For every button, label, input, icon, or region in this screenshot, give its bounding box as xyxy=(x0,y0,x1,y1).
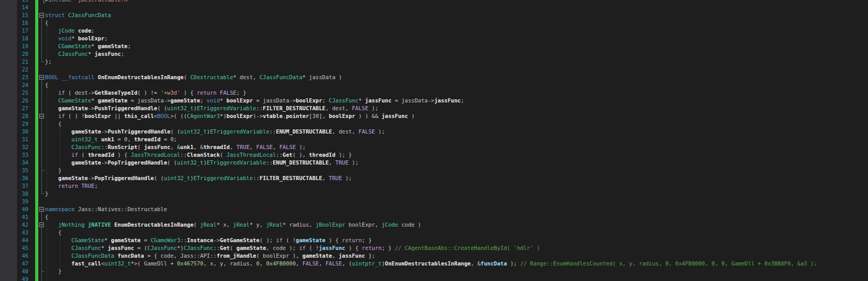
code-line[interactable]: 34 gameState->PopTriggeredHandle( (uint3… xyxy=(0,159,868,167)
code-token: jassFunc xyxy=(339,253,365,259)
code-token: ); } xyxy=(335,152,352,158)
code-token: { xyxy=(45,82,48,88)
code-text: CGameState* gameState = CGameWar3::Insta… xyxy=(45,236,372,244)
code-line[interactable]: 47 fast_call<uint32_t*>( GameDll + 0x467… xyxy=(0,260,868,268)
code-line[interactable]: 25 if ( dest->GetBaseTypeId( ) != '+w3d'… xyxy=(0,89,868,97)
code-line[interactable]: 27 gameState->PushTriggeredHandle( (uint… xyxy=(0,105,868,112)
code-line[interactable]: 19 CGameState* gameState; xyxy=(0,42,868,50)
code-line[interactable]: 23BOOL __fastcall OnEnumDestructablesInR… xyxy=(0,73,868,81)
code-line[interactable]: 16{ xyxy=(0,19,868,27)
code-line[interactable]: 36 gameState->PopTriggeredHandle( (uint3… xyxy=(0,174,868,182)
fold-scope-line xyxy=(41,120,42,128)
code-line[interactable]: 40namespace Jass::Natives::Destructable xyxy=(0,205,868,213)
code-line[interactable]: 45 CJassFunc* jassFunc = (CJassFunc*)CJa… xyxy=(0,244,868,252)
code-token: = xyxy=(141,237,151,243)
code-token: uintptr_t xyxy=(352,260,381,267)
code-token: TRUE xyxy=(329,175,342,181)
line-number: 29 xyxy=(7,120,28,128)
code-token xyxy=(45,221,58,228)
line-number: 44 xyxy=(7,236,28,244)
code-token: // CAgentBaseAbs::CreateHandleById( 'hdl… xyxy=(395,245,540,251)
fold-collapse-button[interactable] xyxy=(39,114,44,119)
code-token: OnEnumDestructablesInRange xyxy=(385,260,471,267)
code-token: || xyxy=(111,113,125,119)
code-line[interactable]: 33 if ( threadId ) { JassThreadLocal::Cl… xyxy=(0,151,868,159)
code-line[interactable]: 31 uint32_t unk1 = 0, threadId = 0; xyxy=(0,136,868,143)
code-line[interactable]: 22 xyxy=(0,66,868,73)
line-number: 23 xyxy=(7,73,28,81)
code-line[interactable]: 39 xyxy=(0,198,868,205)
code-token: Jass::Natives::Destructable xyxy=(74,206,167,212)
code-token: ) { xyxy=(346,245,362,251)
code-token: :: xyxy=(181,237,187,243)
code-text: { xyxy=(45,19,48,27)
code-line[interactable]: 49 xyxy=(0,275,868,281)
code-line[interactable]: 46 CJassFuncData funcData = { code, Jass… xyxy=(0,252,868,260)
code-token xyxy=(45,113,58,119)
code-token: PopTriggeredHandle xyxy=(95,175,154,181)
code-token: , xyxy=(296,260,303,267)
code-line[interactable]: 42 jNothing jNATIVE EnumDestructablesInR… xyxy=(0,221,868,229)
code-token: Instance xyxy=(187,237,213,243)
code-token: ; xyxy=(200,97,207,103)
code-line[interactable]: 24{ xyxy=(0,81,868,89)
code-line[interactable]: 26 CGameState* gameState = jassData->gam… xyxy=(0,97,868,105)
code-token: ( ), xyxy=(292,152,309,158)
code-line[interactable]: 43 { xyxy=(0,229,868,236)
code-line[interactable]: 30 gameState->PushTriggeredHandle( (uint… xyxy=(0,128,868,136)
code-token: :: xyxy=(213,245,220,251)
fold-collapse-button[interactable] xyxy=(39,207,44,212)
code-token: FALSE xyxy=(358,128,375,135)
code-token: Get xyxy=(220,245,230,251)
code-line[interactable]: 32 CJassFunc::RunScript( jassFunc, &unk1… xyxy=(0,143,868,151)
code-line[interactable]: 35 } xyxy=(0,167,868,174)
code-line[interactable]: 15struct CJassFuncData xyxy=(0,11,868,19)
fold-collapse-button[interactable] xyxy=(39,13,44,18)
code-token: jassFunc xyxy=(435,97,461,103)
code-token: ( ( xyxy=(167,159,177,166)
code-token xyxy=(45,159,71,166)
code-token: jReal xyxy=(266,221,282,228)
code-token: fast_call xyxy=(71,260,101,267)
code-token: ); xyxy=(349,159,358,166)
line-number: 39 xyxy=(7,198,28,205)
fold-collapse-button[interactable] xyxy=(39,223,44,227)
code-line[interactable]: 41{ xyxy=(0,213,868,221)
code-line[interactable]: 29 { xyxy=(0,120,868,128)
code-token: -> xyxy=(213,237,220,243)
line-number: 35 xyxy=(7,167,28,174)
code-line[interactable]: 28 if ( ( !boolExpr || this_call<BOOL>( … xyxy=(0,112,868,120)
code-token: { xyxy=(45,20,48,26)
code-token: * x, xyxy=(217,221,233,228)
code-text: namespace Jass::Natives::Destructable xyxy=(45,205,167,213)
code-token: funcData xyxy=(117,253,144,259)
code-line[interactable]: 20 CJassFunc* jassFunc; xyxy=(0,50,868,58)
code-line[interactable]: 44 CGameState* gameState = CGameWar3::In… xyxy=(0,236,868,244)
fold-scope-line xyxy=(41,260,42,268)
code-line[interactable]: 17 jCode code; xyxy=(0,27,868,35)
code-token: CGameState xyxy=(58,97,92,103)
fold-scope-line xyxy=(41,182,42,190)
code-text: { xyxy=(45,120,62,128)
code-line[interactable]: 18 void* boolExpr; xyxy=(0,35,868,42)
line-number: 38 xyxy=(7,190,28,198)
code-line[interactable]: 48 } xyxy=(0,268,868,275)
code-token: ; xyxy=(174,136,177,142)
code-line[interactable]: 21}; xyxy=(0,58,868,66)
code-token: , xyxy=(319,260,325,267)
code-token: :: xyxy=(256,105,263,111)
code-token: ( ( xyxy=(170,128,180,135)
code-token: , dest, xyxy=(332,128,358,135)
code-token: ( xyxy=(184,74,190,80)
code-text: BOOL __fastcall OnEnumDestructablesInRan… xyxy=(45,73,342,81)
code-line[interactable]: 14 xyxy=(0,4,868,11)
code-line[interactable]: 37 return TRUE; xyxy=(0,182,868,190)
code-editor[interactable]: 13#include "jDestructable.h"1415struct C… xyxy=(0,0,868,281)
code-token: }; xyxy=(365,253,375,259)
fold-collapse-button[interactable] xyxy=(39,75,44,80)
code-token: uint32_t xyxy=(177,159,203,166)
line-number: 24 xyxy=(7,81,28,89)
code-token: gameState xyxy=(303,253,332,259)
code-line[interactable]: 38} xyxy=(0,190,868,198)
code-token: * y, xyxy=(250,221,266,228)
